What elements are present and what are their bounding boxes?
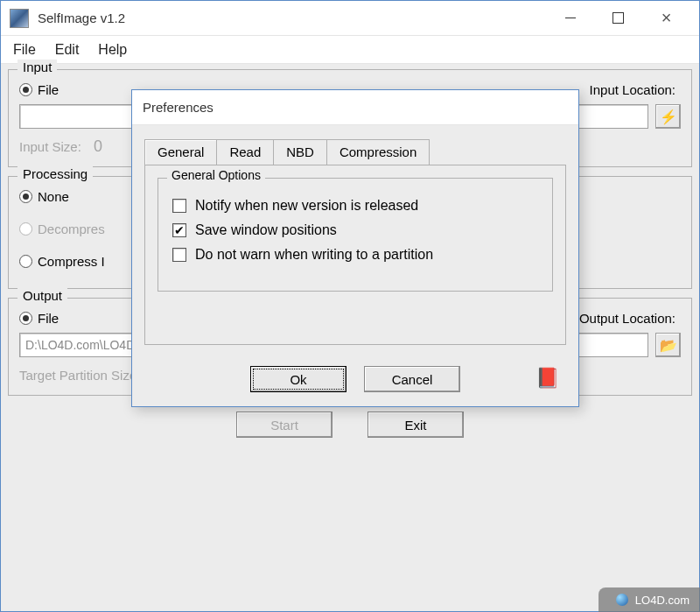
help-book-icon[interactable]: 📕 (535, 366, 559, 390)
folder-open-icon: 📂 (660, 337, 677, 354)
check-no-warn-partition[interactable]: Do not warn when writing to a partition (172, 247, 538, 263)
dialog-title: Preferences (143, 100, 214, 115)
output-legend: Output (18, 288, 67, 303)
app-icon (10, 9, 29, 28)
close-button[interactable]: × (642, 1, 690, 36)
start-button: Start (236, 412, 332, 438)
general-options-group: General Options Notify when new version … (158, 178, 553, 292)
checkbox-icon (172, 199, 186, 213)
bottom-bar: Start Exit (8, 404, 692, 445)
globe-icon (616, 594, 628, 606)
input-size-value: 0 (94, 137, 102, 156)
checkbox-icon (172, 248, 186, 262)
input-location-label: Input Location: (576, 82, 681, 97)
output-radio-file[interactable]: File (19, 311, 59, 326)
ok-button[interactable]: Ok (250, 366, 346, 392)
watermark: LO4D.com (598, 587, 700, 612)
processing-legend: Processing (18, 166, 93, 181)
tab-general[interactable]: General (144, 139, 217, 165)
processing-radio-compress[interactable]: Compress I (19, 254, 105, 269)
tab-panel-general: General Options Notify when new version … (144, 165, 566, 345)
minimize-button[interactable] (546, 1, 594, 36)
input-browse-action-button[interactable]: ⚡ (655, 104, 681, 129)
check-save-positions[interactable]: ✔ Save window positions (172, 222, 538, 238)
menu-file[interactable]: File (13, 42, 36, 58)
input-radio-file-label: File (38, 82, 59, 97)
processing-radio-none[interactable]: None (19, 189, 69, 204)
window-title: SelfImage v1.2 (38, 11, 125, 25)
input-radio-file[interactable]: File (19, 82, 59, 97)
menubar: File Edit Help (1, 36, 699, 64)
watermark-text: LO4D.com (635, 594, 690, 607)
tab-compression[interactable]: Compression (326, 139, 430, 165)
preferences-dialog: Preferences General Read NBD Compression… (131, 89, 579, 407)
maximize-button[interactable] (594, 1, 642, 36)
input-size-label: Input Size: (19, 139, 81, 154)
menu-help[interactable]: Help (98, 42, 127, 58)
cancel-button[interactable]: Cancel (364, 366, 460, 392)
output-browse-button[interactable]: 📂 (655, 333, 681, 357)
processing-radio-decompress: Decompres (19, 222, 105, 236)
input-legend: Input (18, 60, 57, 74)
output-location-label: Output Location: (576, 311, 681, 326)
checkbox-icon: ✔ (172, 223, 186, 237)
general-options-legend: General Options (167, 168, 265, 182)
target-size-label: Target Partition Size: (19, 368, 140, 383)
dialog-titlebar: Preferences (132, 90, 578, 125)
lightning-icon: ⚡ (660, 109, 677, 125)
tab-nbd[interactable]: NBD (273, 139, 327, 165)
dialog-tabs: General Read NBD Compression (144, 139, 566, 165)
exit-button[interactable]: Exit (368, 412, 464, 438)
titlebar: SelfImage v1.2 × (1, 1, 699, 36)
tab-read[interactable]: Read (216, 139, 274, 165)
dialog-button-row: Ok Cancel 📕 (132, 357, 578, 406)
menu-edit[interactable]: Edit (55, 42, 80, 58)
check-notify-version[interactable]: Notify when new version is released (172, 198, 538, 214)
